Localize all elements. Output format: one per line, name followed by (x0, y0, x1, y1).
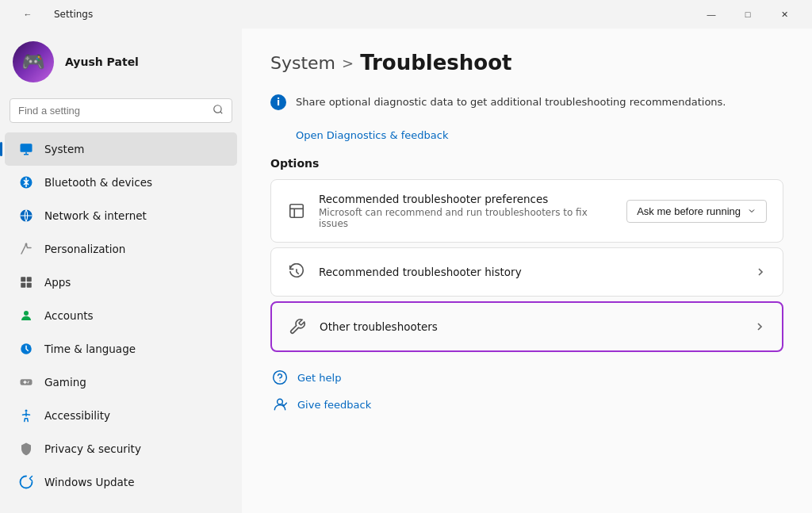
other-troubleshooters-row[interactable]: Other troubleshooters (272, 303, 782, 350)
avatar-icon: 🎮 (21, 52, 45, 71)
sidebar-item-gaming-label: Gaming (44, 376, 86, 389)
other-troubleshooters-control (753, 320, 766, 333)
titlebar-left: ← Settings (10, 2, 93, 27)
sidebar-item-accounts[interactable]: Accounts (5, 299, 237, 332)
options-section: Options Recommended troubleshooter prefe… (270, 157, 783, 352)
recommended-prefs-card: Recommended troubleshooter preferences M… (270, 179, 783, 243)
svg-point-17 (279, 381, 280, 381)
sidebar-item-personalization-label: Personalization (44, 243, 125, 255)
time-icon (17, 340, 35, 358)
update-icon (17, 473, 35, 491)
sidebar-item-time-label: Time & language (44, 343, 136, 355)
recommended-prefs-control[interactable]: Ask me before running (626, 200, 767, 223)
sidebar-item-network-label: Network & internet (44, 209, 147, 222)
svg-point-9 (24, 311, 29, 316)
titlebar: ← Settings — □ ✕ (0, 0, 812, 29)
svg-point-16 (274, 371, 287, 385)
recommended-history-control (754, 266, 767, 278)
sidebar-item-system-label: System (44, 143, 84, 155)
svg-rect-8 (27, 283, 32, 288)
network-icon (17, 207, 35, 224)
breadcrumb-parent[interactable]: System (270, 53, 335, 73)
search-input[interactable] (18, 105, 206, 117)
gaming-icon (17, 373, 35, 391)
profile-section[interactable]: 🎮 Ayush Patel (0, 29, 242, 98)
accounts-icon (17, 307, 35, 324)
info-text: Share optional diagnostic data to get ad… (296, 96, 726, 108)
recommended-history-card: Recommended troubleshooter history (270, 247, 783, 297)
svg-rect-2 (21, 144, 33, 152)
other-troubleshooters-content: Other troubleshooters (320, 320, 741, 333)
get-help-icon (270, 368, 289, 387)
get-help-row[interactable]: Get help (270, 368, 783, 387)
svg-rect-6 (27, 277, 32, 281)
maximize-button[interactable]: □ (730, 2, 766, 27)
sidebar-item-personalization[interactable]: Personalization (5, 232, 237, 266)
accessibility-icon (17, 407, 35, 424)
recommended-prefs-title: Recommended troubleshooter preferences (319, 193, 614, 205)
recommended-history-row[interactable]: Recommended troubleshooter history (271, 248, 783, 296)
other-troubleshooters-title: Other troubleshooters (320, 320, 741, 333)
svg-point-18 (278, 399, 283, 404)
dropdown-value: Ask me before running (637, 205, 741, 217)
recommended-prefs-icon (287, 201, 306, 220)
recommended-history-title: Recommended troubleshooter history (319, 266, 741, 278)
recommended-history-content: Recommended troubleshooter history (319, 266, 741, 278)
titlebar-title: Settings (54, 9, 93, 20)
sidebar-item-bluetooth[interactable]: Bluetooth & devices (5, 166, 237, 199)
sidebar-item-accessibility[interactable]: Accessibility (5, 399, 237, 432)
sidebar-item-system[interactable]: System (5, 132, 237, 166)
search-box[interactable] (10, 98, 232, 123)
recommended-prefs-content: Recommended troubleshooter preferences M… (319, 193, 614, 229)
sidebar-item-accessibility-label: Accessibility (44, 409, 110, 422)
sidebar: 🎮 Ayush Patel System (0, 29, 242, 513)
apps-icon (17, 274, 35, 291)
sidebar-item-privacy-label: Privacy & security (44, 442, 141, 455)
avatar: 🎮 (13, 41, 54, 82)
sidebar-item-network[interactable]: Network & internet (5, 199, 237, 232)
titlebar-controls: — □ ✕ (693, 2, 802, 27)
give-feedback-link[interactable]: Give feedback (297, 399, 371, 411)
svg-rect-7 (21, 283, 25, 288)
give-feedback-row[interactable]: Give feedback (270, 395, 783, 414)
recommended-prefs-desc: Microsoft can recommend and run troubles… (319, 207, 614, 229)
ask-me-dropdown[interactable]: Ask me before running (626, 200, 767, 223)
give-feedback-icon (270, 395, 289, 414)
svg-rect-13 (290, 205, 304, 218)
bluetooth-icon (17, 174, 35, 191)
sidebar-item-privacy[interactable]: Privacy & security (5, 432, 237, 465)
breadcrumb: System > Troubleshoot (270, 51, 783, 75)
sidebar-item-update[interactable]: Windows Update (5, 465, 237, 499)
get-help-link[interactable]: Get help (297, 372, 341, 384)
system-icon (17, 140, 35, 158)
options-title: Options (270, 157, 783, 170)
info-icon: i (270, 94, 286, 110)
svg-rect-5 (21, 277, 25, 281)
svg-point-4 (25, 243, 28, 246)
sidebar-item-gaming[interactable]: Gaming (5, 366, 237, 399)
svg-point-12 (25, 410, 28, 412)
sidebar-item-update-label: Windows Update (44, 476, 134, 488)
info-banner: i Share optional diagnostic data to get … (270, 94, 783, 123)
sidebar-item-time[interactable]: Time & language (5, 332, 237, 366)
content-area: System > Troubleshoot i Share optional d… (242, 29, 812, 513)
recommended-history-icon (287, 262, 306, 281)
breadcrumb-current: Troubleshoot (360, 51, 511, 75)
other-troubleshooters-card: Other troubleshooters (270, 301, 783, 352)
minimize-button[interactable]: — (693, 2, 730, 27)
info-content: Share optional diagnostic data to get ad… (296, 94, 726, 110)
recommended-prefs-row[interactable]: Recommended troubleshooter preferences M… (271, 180, 783, 242)
privacy-icon (17, 440, 35, 457)
close-button[interactable]: ✕ (766, 2, 802, 27)
breadcrumb-separator: > (342, 55, 354, 71)
search-icon (213, 104, 224, 117)
sidebar-item-bluetooth-label: Bluetooth & devices (44, 176, 152, 189)
diagnostics-link[interactable]: Open Diagnostics & feedback (296, 129, 783, 141)
svg-point-0 (214, 105, 221, 113)
sidebar-item-accounts-label: Accounts (44, 309, 94, 322)
back-button[interactable]: ← (10, 2, 46, 27)
personalization-icon (17, 240, 35, 258)
sidebar-item-apps[interactable]: Apps (5, 266, 237, 299)
app-layout: 🎮 Ayush Patel System (0, 29, 812, 513)
profile-name: Ayush Patel (65, 56, 139, 68)
